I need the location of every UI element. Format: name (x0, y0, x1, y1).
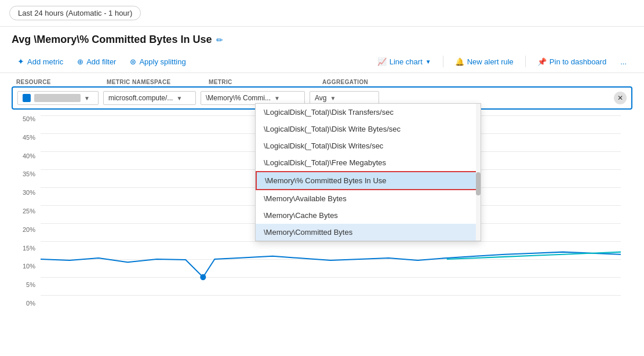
filter-icon: ⊕ (77, 57, 83, 66)
y-label-30: 30% (14, 189, 35, 196)
apply-splitting-button[interactable]: ⊛ Apply splitting (124, 55, 191, 69)
add-metric-icon: ✦ (17, 57, 24, 66)
dropdown-item-1[interactable]: \LogicalDisk(_Total)\Disk Write Bytes/se… (256, 121, 481, 137)
dropdown-item-0[interactable]: \LogicalDisk(_Total)\Disk Transfers/sec (256, 104, 481, 121)
add-metric-label: Add metric (27, 57, 63, 66)
toolbar-separator-1 (443, 56, 443, 67)
y-label-35: 35% (14, 170, 35, 177)
more-options-button[interactable]: ... (614, 55, 632, 69)
metric-dropdown-overlay: \LogicalDisk(_Total)\Disk Transfers/sec … (255, 103, 481, 241)
dropdown-item-label-7: \Memory\Committed Bytes (264, 228, 352, 237)
y-label-20: 20% (14, 226, 35, 233)
more-icon: ... (620, 57, 627, 66)
resource-dropdown[interactable]: redacted ▼ (17, 91, 99, 105)
chart-dot (200, 274, 206, 280)
dropdown-scrollbar-thumb (476, 172, 481, 195)
add-filter-button[interactable]: ⊕ Add filter (71, 55, 122, 69)
resource-chevron: ▼ (84, 95, 90, 101)
pin-to-dashboard-label: Pin to dashboard (550, 57, 606, 66)
namespace-col-header: METRIC NAMESPACE (107, 79, 199, 85)
dropdown-item-5[interactable]: \Memory\Available Bytes (256, 190, 481, 207)
new-alert-rule-label: New alert rule (467, 57, 514, 66)
resource-col-header: RESOURCE (16, 79, 97, 85)
bell-icon: 🔔 (455, 57, 464, 66)
apply-splitting-label: Apply splitting (139, 57, 185, 66)
time-picker-button[interactable]: Last 24 hours (Automatic - 1 hour) (9, 6, 141, 20)
line-chart-icon: 📈 (377, 57, 387, 66)
dropdown-item-label-0: \LogicalDisk(_Total)\Disk Transfers/sec (264, 108, 394, 117)
dropdown-item-label-3: \LogicalDisk(_Total)\Free Megabytes (264, 158, 386, 167)
namespace-chevron: ▼ (176, 95, 182, 101)
dropdown-item-label-1: \LogicalDisk(_Total)\Disk Write Bytes/se… (264, 125, 401, 133)
pin-to-dashboard-button[interactable]: 📌 Pin to dashboard (532, 55, 612, 69)
namespace-dropdown[interactable]: microsoft.compute/... ▼ (103, 91, 196, 105)
toolbar-separator-2 (525, 56, 526, 67)
line-chart-label: Line chart (390, 57, 423, 66)
toolbar: ✦ Add metric ⊕ Add filter ⊛ Apply splitt… (0, 50, 644, 73)
namespace-value: microsoft.compute/... (108, 94, 173, 102)
y-label-0: 0% (14, 300, 35, 307)
y-label-45: 45% (14, 134, 35, 141)
dropdown-scrollbar[interactable] (476, 104, 481, 241)
y-label-15: 15% (14, 245, 35, 252)
dropdown-item-2[interactable]: \LogicalDisk(_Total)\Disk Writes/sec (256, 137, 481, 154)
edit-icon[interactable]: ✏ (216, 35, 223, 45)
split-icon: ⊛ (130, 57, 136, 66)
top-bar: Last 24 hours (Automatic - 1 hour) (0, 0, 644, 27)
page-title-row: Avg \Memory\% Committed Bytes In Use ✏ (0, 27, 644, 50)
page-title: Avg \Memory\% Committed Bytes In Use (12, 34, 212, 46)
column-headers: RESOURCE METRIC NAMESPACE METRIC AGGREGA… (12, 79, 632, 85)
y-label-10: 10% (14, 263, 35, 270)
dropdown-item-label-4: \Memory\% Committed Bytes In Use (265, 176, 387, 185)
add-metric-button[interactable]: ✦ Add metric (12, 54, 69, 69)
y-label-50: 50% (14, 115, 35, 122)
aggregation-chevron: ▼ (330, 95, 336, 101)
aggregation-value: Avg (315, 94, 326, 102)
y-label-5: 5% (14, 281, 35, 288)
dropdown-item-3[interactable]: \LogicalDisk(_Total)\Free Megabytes (256, 154, 481, 171)
dropdown-item-6[interactable]: \Memory\Cache Bytes (256, 207, 481, 224)
y-label-40: 40% (14, 152, 35, 159)
metric-value: \Memory\% Commi... (206, 94, 271, 102)
dropdown-item-label-5: \Memory\Available Bytes (264, 194, 347, 203)
dropdown-item-label-6: \Memory\Cache Bytes (264, 211, 338, 220)
new-alert-rule-button[interactable]: 🔔 New alert rule (449, 55, 519, 69)
metric-chevron: ▼ (274, 95, 280, 101)
pin-icon: 📌 (537, 57, 547, 66)
dropdown-item-label-2: \LogicalDisk(_Total)\Disk Writes/sec (264, 141, 383, 150)
resource-value: redacted (34, 94, 81, 102)
aggregation-col-header: AGGREGATION (322, 79, 392, 85)
remove-metric-button[interactable]: ✕ (614, 92, 627, 104)
line-chart-chevron: ▼ (425, 59, 431, 65)
dropdown-item-7[interactable]: \Memory\Committed Bytes (256, 224, 481, 241)
resource-icon (23, 94, 31, 102)
add-filter-label: Add filter (86, 57, 116, 66)
dropdown-item-4[interactable]: \Memory\% Committed Bytes In Use (256, 171, 481, 190)
grid-line-0 (41, 295, 621, 296)
y-label-25: 25% (14, 208, 35, 215)
metric-col-header: METRIC (209, 79, 313, 85)
chart-y-axis: 50% 45% 40% 35% 30% 25% 20% 15% 10% 5% 0… (12, 115, 38, 307)
chart-container: RESOURCE METRIC NAMESPACE METRIC AGGREGA… (0, 73, 644, 313)
line-chart-button[interactable]: 📈 Line chart ▼ (372, 55, 437, 69)
